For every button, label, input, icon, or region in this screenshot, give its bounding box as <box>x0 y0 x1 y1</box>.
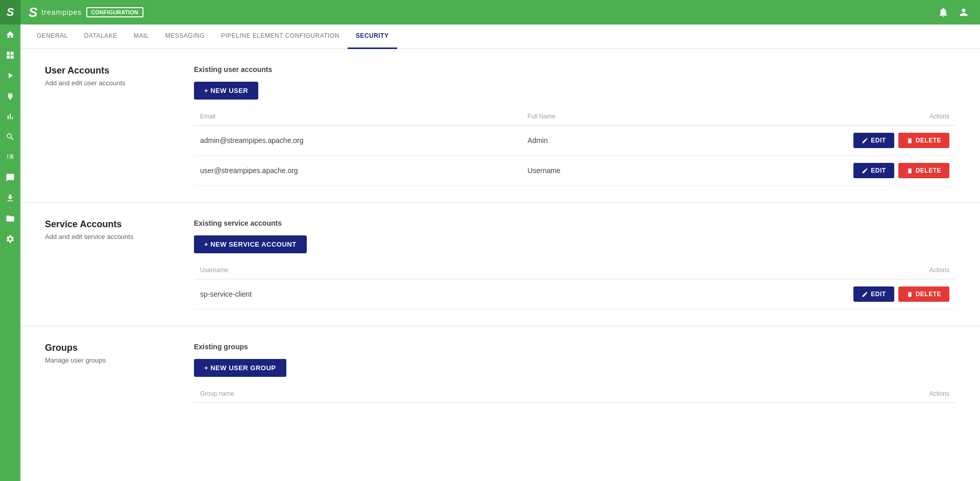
service-accounts-description: Service Accounts Add and edit service ac… <box>45 219 178 309</box>
nav-tabs: GENERAL DATALAKE MAIL MESSAGING PIPELINE… <box>20 25 980 49</box>
tab-mail[interactable]: MAIL <box>126 25 157 49</box>
col-group-name: Group name <box>194 385 642 403</box>
header-right <box>935 4 972 20</box>
col-actions-service: Actions <box>477 261 955 279</box>
sidebar-item-search[interactable] <box>0 127 20 147</box>
logo-s-icon: S <box>7 6 14 19</box>
edit-service-1-button[interactable]: EDIT <box>853 286 894 302</box>
service-actions-1: EDIT DELETE <box>477 279 955 309</box>
groups-content: Existing groups + NEW USER GROUP Group n… <box>194 343 955 403</box>
col-actions-groups: Actions <box>642 385 955 403</box>
tab-messaging[interactable]: MESSAGING <box>157 25 213 49</box>
sidebar-item-analytics[interactable] <box>0 106 20 127</box>
groups-table: Group name Actions <box>194 385 955 403</box>
new-user-button[interactable]: + NEW USER <box>194 82 258 100</box>
top-header: S treampipes Configuration <box>20 0 980 25</box>
edit-user-1-button[interactable]: EDIT <box>853 133 894 148</box>
col-email: Email <box>194 108 522 126</box>
user-accounts-content: Existing user accounts + NEW USER Email … <box>194 65 955 186</box>
service-action-buttons-1: EDIT DELETE <box>853 286 949 302</box>
user-actions-1: EDIT DELETE <box>649 126 955 156</box>
new-user-group-button[interactable]: + NEW USER GROUP <box>194 359 286 377</box>
user-accounts-title: User Accounts <box>45 65 178 76</box>
service-accounts-content: Existing service accounts + NEW SERVICE … <box>194 219 955 309</box>
col-actions-user: Actions <box>649 108 955 126</box>
notification-button[interactable] <box>935 4 951 20</box>
new-service-account-button[interactable]: + NEW SERVICE ACCOUNT <box>194 235 307 253</box>
sidebar-item-pipelines[interactable] <box>0 65 20 86</box>
user-fullname-2: Username <box>522 156 650 186</box>
existing-service-accounts-label: Existing service accounts <box>194 219 955 227</box>
user-accounts-description: User Accounts Add and edit user accounts <box>45 65 178 186</box>
user-fullname-1: Admin <box>522 126 650 156</box>
groups-section: Groups Manage user groups Existing group… <box>20 326 980 419</box>
sidebar-item-dashboard[interactable] <box>0 45 20 65</box>
groups-title: Groups <box>45 343 178 353</box>
logo-name: treampipes <box>41 8 82 16</box>
logo-s-main-icon: S <box>29 5 37 20</box>
main-wrapper: S treampipes Configuration GENERAL DATAL… <box>20 0 980 481</box>
tab-security[interactable]: SECURITY <box>348 25 397 49</box>
service-accounts-title: Service Accounts <box>45 219 178 230</box>
table-row: user@streampipes.apache.org Username EDI… <box>194 156 955 186</box>
edit-user-2-button[interactable]: EDIT <box>853 163 894 178</box>
user-email-2: user@streampipes.apache.org <box>194 156 522 186</box>
sidebar: S <box>0 0 20 481</box>
tab-datalake[interactable]: DATALAKE <box>76 25 126 49</box>
sidebar-item-connect[interactable] <box>0 86 20 106</box>
delete-user-1-button[interactable]: DELETE <box>898 133 949 148</box>
service-accounts-section: Service Accounts Add and edit service ac… <box>20 203 980 326</box>
existing-user-accounts-label: Existing user accounts <box>194 65 955 74</box>
sidebar-item-download[interactable] <box>0 188 20 208</box>
service-accounts-table: Username Actions sp-service-client <box>194 261 955 309</box>
service-accounts-subtitle: Add and edit service accounts <box>45 233 178 240</box>
user-accounts-table: Email Full Name Actions admin@streampipe… <box>194 108 955 186</box>
col-username: Username <box>194 261 477 279</box>
action-buttons-2: EDIT DELETE <box>853 163 949 178</box>
sidebar-logo: S <box>0 0 20 25</box>
sidebar-item-notifications[interactable] <box>0 167 20 188</box>
user-accounts-section: User Accounts Add and edit user accounts… <box>20 49 980 203</box>
user-accounts-subtitle: Add and edit user accounts <box>45 79 178 87</box>
service-username-1: sp-service-client <box>194 279 477 309</box>
table-row: admin@streampipes.apache.org Admin EDIT <box>194 126 955 156</box>
user-menu-button[interactable] <box>955 4 972 20</box>
existing-groups-label: Existing groups <box>194 343 955 351</box>
tab-general[interactable]: GENERAL <box>29 25 76 49</box>
tab-pipeline-element[interactable]: PIPELINE ELEMENT CONFIGURATION <box>213 25 348 49</box>
col-fullname: Full Name <box>522 108 650 126</box>
sidebar-item-settings[interactable] <box>0 229 20 249</box>
groups-subtitle: Manage user groups <box>45 356 178 364</box>
groups-description: Groups Manage user groups <box>45 343 178 403</box>
action-buttons-1: EDIT DELETE <box>853 133 949 148</box>
sidebar-item-files[interactable] <box>0 208 20 229</box>
config-badge: Configuration <box>86 7 143 17</box>
delete-service-1-button[interactable]: DELETE <box>898 286 949 302</box>
table-row: sp-service-client EDIT DELETE <box>194 279 955 309</box>
sidebar-item-home[interactable] <box>0 25 20 45</box>
user-email-1: admin@streampipes.apache.org <box>194 126 522 156</box>
sidebar-item-marketplace[interactable] <box>0 147 20 167</box>
content-area: User Accounts Add and edit user accounts… <box>20 49 980 481</box>
logo-area: S treampipes Configuration <box>29 5 143 20</box>
delete-user-2-button[interactable]: DELETE <box>898 163 949 178</box>
user-actions-2: EDIT DELETE <box>649 156 955 186</box>
